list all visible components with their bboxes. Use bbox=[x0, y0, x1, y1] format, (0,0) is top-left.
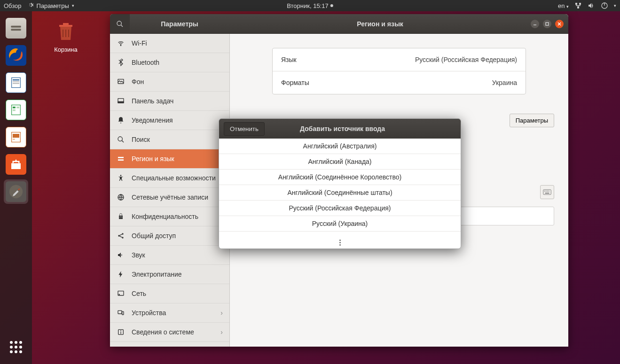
sidebar-item-label: Регион и язык bbox=[132, 155, 174, 163]
bluetooth-icon bbox=[117, 59, 125, 66]
svg-rect-46 bbox=[545, 193, 549, 194]
svg-rect-5 bbox=[11, 29, 21, 31]
share-icon bbox=[117, 232, 125, 240]
sidebar-item-label: Bluetooth bbox=[132, 59, 159, 66]
volume-icon[interactable] bbox=[588, 2, 595, 9]
svg-rect-9 bbox=[13, 82, 19, 82]
sidebar-item-background[interactable]: Фон bbox=[110, 72, 229, 92]
dialog-more-button[interactable] bbox=[219, 231, 461, 248]
sidebar-item-sound[interactable]: Звук bbox=[110, 246, 229, 265]
sidebar-item-label: Конфиденциальность bbox=[132, 213, 198, 220]
sidebar-item-label: Панель задач bbox=[132, 97, 173, 105]
content-title: Регион и язык bbox=[229, 20, 531, 28]
app-menu[interactable]: Параметры ▾ bbox=[27, 2, 74, 10]
search-icon bbox=[117, 136, 125, 143]
sidebar-item-devices[interactable]: Устройства› bbox=[110, 303, 229, 323]
sidebar-item-a11y[interactable]: Специальные возможности bbox=[110, 169, 229, 188]
svg-rect-16 bbox=[13, 134, 19, 138]
chevron-down-icon: ▾ bbox=[72, 3, 74, 8]
settings-icon bbox=[6, 181, 26, 202]
formats-row[interactable]: Форматы Украина bbox=[273, 71, 526, 94]
svg-rect-4 bbox=[11, 26, 21, 28]
sidebar-item-power[interactable]: Электропитание bbox=[110, 265, 229, 284]
sidebar-item-label: Сетевые учётные записи bbox=[132, 194, 208, 201]
sidebar-item-wifi[interactable]: Wi-Fi bbox=[110, 34, 229, 53]
impress-icon bbox=[6, 127, 26, 147]
sidebar-item-label: Электропитание bbox=[132, 271, 182, 278]
sidebar-item-info[interactable]: Сведения о системе› bbox=[110, 323, 229, 342]
region-card: Язык Русский (Российская Федерация) Форм… bbox=[272, 48, 526, 94]
svg-point-35 bbox=[119, 294, 119, 294]
input-language-indicator[interactable]: en ▾ bbox=[558, 2, 569, 9]
input-source-option[interactable]: Русский (Украина) bbox=[219, 216, 461, 231]
window-maximize-button[interactable] bbox=[543, 20, 551, 28]
clock[interactable]: Вторник, 15:17 bbox=[287, 2, 333, 9]
sidebar-item-privacy[interactable]: Конфиденциальность bbox=[110, 207, 229, 226]
formats-label: Форматы bbox=[281, 79, 309, 86]
window-titlebar: Параметры Регион и язык bbox=[110, 14, 568, 34]
dialog-cancel-button[interactable]: Отменить bbox=[224, 122, 265, 136]
dock-impress[interactable] bbox=[4, 125, 28, 149]
input-source-option[interactable]: Английский (Соединённые штаты) bbox=[219, 185, 461, 200]
desktop-trash[interactable]: Корзина bbox=[47, 19, 85, 53]
dock-calc[interactable] bbox=[4, 98, 28, 122]
svg-point-26 bbox=[118, 137, 122, 141]
sidebar-item-bluetooth[interactable]: Bluetooth bbox=[110, 53, 229, 72]
input-sources-params-button[interactable]: Параметры bbox=[510, 114, 554, 127]
dock-settings[interactable] bbox=[4, 179, 28, 204]
sidebar-item-bell[interactable]: Уведомления bbox=[110, 111, 229, 130]
dock-icon bbox=[117, 97, 125, 105]
power-icon bbox=[117, 271, 125, 278]
notification-dot-icon bbox=[330, 4, 333, 7]
input-source-option[interactable]: Русский (Российская Федерация) bbox=[219, 200, 461, 216]
input-source-option[interactable]: Английский (Австралия) bbox=[219, 139, 461, 154]
add-input-source-dialog: Отменить Добавить источник ввода Английс… bbox=[219, 118, 461, 249]
language-row[interactable]: Язык Русский (Российская Федерация) bbox=[273, 48, 526, 71]
sidebar-item-label: Фон bbox=[132, 78, 144, 85]
trash-label: Корзина bbox=[47, 46, 85, 53]
sidebar-item-search[interactable]: Поиск bbox=[110, 130, 229, 149]
svg-rect-36 bbox=[118, 310, 122, 314]
firefox-icon bbox=[6, 45, 26, 66]
activities-button[interactable]: Обзор bbox=[4, 2, 22, 9]
wifi-icon bbox=[117, 39, 125, 47]
clock-text: Вторник, 15:17 bbox=[287, 2, 328, 9]
dock-writer[interactable] bbox=[4, 70, 28, 95]
svg-rect-1 bbox=[579, 3, 581, 5]
settings-sidebar: Wi-FiBluetoothФонПанель задачУведомления… bbox=[110, 34, 230, 347]
dock-files[interactable] bbox=[4, 16, 28, 40]
sidebar-item-network[interactable]: Сеть bbox=[110, 284, 229, 303]
chevron-right-icon: › bbox=[220, 328, 223, 336]
background-icon bbox=[117, 78, 125, 85]
svg-rect-0 bbox=[575, 3, 577, 5]
svg-rect-28 bbox=[118, 159, 124, 161]
header-search-button[interactable] bbox=[110, 14, 130, 34]
sidebar-item-dock[interactable]: Панель задач bbox=[110, 92, 229, 111]
sidebar-item-share[interactable]: Общий доступ bbox=[110, 226, 229, 246]
svg-rect-7 bbox=[12, 78, 21, 88]
svg-rect-40 bbox=[120, 332, 121, 334]
sidebar-item-label: Специальные возможности bbox=[132, 174, 216, 182]
input-source-option[interactable]: Английский (Канада) bbox=[219, 154, 461, 169]
sidebar-item-region[interactable]: Регион и язык bbox=[110, 149, 229, 169]
sidebar-item-accounts[interactable]: Сетевые учётные записи bbox=[110, 188, 229, 207]
input-source-option[interactable]: Английский (Соединённое Королевство) bbox=[219, 169, 461, 185]
svg-rect-17 bbox=[13, 139, 15, 140]
power-icon[interactable] bbox=[601, 2, 608, 9]
network-icon[interactable] bbox=[574, 2, 582, 9]
dock-show-apps[interactable] bbox=[4, 335, 28, 359]
svg-rect-41 bbox=[543, 190, 551, 195]
dock-software[interactable] bbox=[4, 152, 28, 177]
keyboard-layout-button[interactable] bbox=[540, 185, 554, 199]
window-minimize-button[interactable] bbox=[531, 20, 539, 28]
region-icon bbox=[117, 155, 125, 163]
chevron-down-icon: ▾ bbox=[614, 3, 616, 8]
sidebar-item-label: Уведомления bbox=[132, 116, 173, 124]
window-close-button[interactable] bbox=[555, 20, 564, 28]
writer-icon bbox=[6, 72, 26, 93]
chevron-down-icon: ▾ bbox=[566, 4, 569, 9]
software-icon bbox=[6, 154, 26, 175]
svg-rect-25 bbox=[118, 101, 124, 103]
formats-value: Украина bbox=[492, 79, 517, 86]
dock-firefox[interactable] bbox=[4, 43, 28, 68]
